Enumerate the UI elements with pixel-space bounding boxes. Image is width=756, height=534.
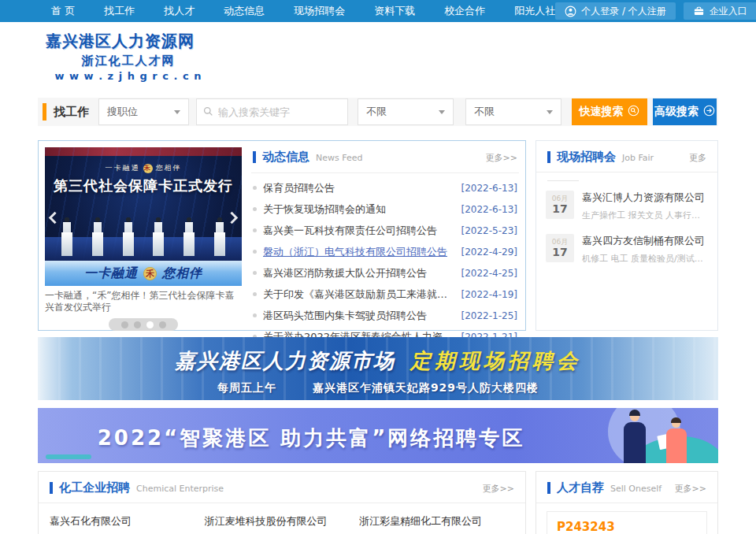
company-name: 嘉兴石化有限公司 <box>50 514 204 528</box>
news-item-title: 港区码头范围内集卡驾驶员招聘公告 <box>263 309 454 323</box>
slide-tagline-right: 您相伴 <box>156 163 182 173</box>
nav-menu: 首 页 找工作 找人才 动态信息 现场招聘会 资料下载 校企合作 阳光人社 <box>51 4 555 18</box>
search-accent-bar <box>43 103 46 121</box>
job-fair-banner[interactable]: 嘉兴港区人力资源市场 定期现场招聘会 每周五上午 嘉兴港区乍浦镇天妃路929号人… <box>38 337 718 400</box>
quick-search-button[interactable]: 快速搜索 <box>572 98 647 125</box>
personal-login-button[interactable]: 个人登录 / 个人注册 <box>555 2 676 20</box>
briefcase-icon <box>693 6 705 17</box>
news-item-date: [2022-6-13] <box>461 183 517 194</box>
search-type-select[interactable]: 搜职位 <box>98 98 189 125</box>
nav-item-find-talent[interactable]: 找人才 <box>164 4 195 18</box>
main-content-row: 一卡融通 禾 您相伴 第三代社会保障卡正式发行 <box>38 140 718 331</box>
online-recruitment-banner[interactable]: 2022“智聚港区 助力共富”网络招聘专区 <box>38 408 718 463</box>
company-item[interactable]: 浙江麦堆科技股份有限公司 销售专员 会计 土建主管 <box>204 514 358 534</box>
carousel: 一卡融通 禾 您相伴 第三代社会保障卡正式发行 <box>45 147 242 324</box>
carousel-dot-3[interactable] <box>146 321 154 328</box>
nav-item-job-fair[interactable]: 现场招聘会 <box>294 4 345 18</box>
bullet-icon <box>253 228 257 232</box>
job-fair-jobs: 机修工 电工 质量检验员/测试员 叉车... <box>582 253 708 265</box>
nav-item-school-cooperation[interactable]: 校企合作 <box>444 4 485 18</box>
talent-title: 人才自荐 <box>557 480 604 495</box>
chevron-down-icon <box>439 110 445 114</box>
job-fair-more-link[interactable]: 更多 <box>689 152 706 164</box>
search-filter2-select[interactable]: 不限 <box>465 98 561 125</box>
banner2-title: 2022“智聚港区 助力共富”网络招聘专区 <box>38 425 584 452</box>
news-item-title: 磐动（浙江）电气科技有限公司招聘公告 <box>263 245 454 259</box>
bullet-icon <box>253 271 257 275</box>
stage-people-decor <box>61 217 226 256</box>
talent-id: P243243 <box>557 520 697 534</box>
bullet-icon <box>253 313 257 317</box>
person-figure <box>213 217 226 256</box>
slide-tagline-left: 一卡融通 <box>106 163 140 173</box>
site-header: 嘉兴港区人力资源网 浙江化工人才网 w w w . z j h g r c . … <box>0 22 756 90</box>
news-item[interactable]: 嘉兴美一瓦科技有限责任公司招聘公告 [2022-5-23] <box>253 220 517 241</box>
search-keyword-input[interactable] <box>218 106 341 118</box>
personal-login-label: 个人登录 / 个人注册 <box>581 5 666 18</box>
date-badge: 06月 17 <box>546 191 574 219</box>
news-item[interactable]: 磐动（浙江）电气科技有限公司招聘公告 [2022-4-29] <box>253 241 517 262</box>
news-item[interactable]: 港区码头范围内集卡驾驶员招聘公告 [2022-1-25] <box>253 305 517 326</box>
nav-item-home[interactable]: 首 页 <box>51 4 75 18</box>
slide-tagline: 一卡融通 禾 您相伴 <box>45 163 242 173</box>
news-item-date: [2022-4-19] <box>461 289 517 300</box>
bottom-row: 化工企业招聘 Chemical Enterprise 更多>> 嘉兴石化有限公司… <box>38 471 718 534</box>
banner-tagline-right: 您相伴 <box>162 265 202 282</box>
banner1-subtitle: 每周五上午 嘉兴港区乍浦镇天妃路929号人防大楼四楼 <box>38 381 718 395</box>
banner1-title-white: 嘉兴港区人力资源市场 <box>175 349 395 373</box>
divider <box>547 180 579 181</box>
search-filter1-select[interactable]: 不限 <box>358 98 454 125</box>
nav-item-find-job[interactable]: 找工作 <box>104 4 135 18</box>
company-item[interactable]: 嘉兴石化有限公司 工艺员 设备管理 警卫（残疾工） <box>50 514 204 534</box>
news-item-date: [2022-4-25] <box>461 268 517 279</box>
search-bar: 找工作 搜职位 不限 不限 快速搜索 高级搜索 <box>38 98 718 126</box>
news-item[interactable]: 保育员招聘公告 [2022-6-13] <box>253 177 517 198</box>
carousel-slide[interactable]: 一卡融通 禾 您相伴 第三代社会保障卡正式发行 <box>45 147 242 286</box>
news-subtitle: News Feed <box>316 153 362 163</box>
talent-card[interactable]: P243243 男 ｜ 嘉兴市->嘉兴港区 ｜ 八年以上 <box>547 511 707 534</box>
advanced-search-button[interactable]: 高级搜索 <box>653 98 717 125</box>
nav-item-sunshine-hr[interactable]: 阳光人社 <box>514 4 555 18</box>
news-more-link[interactable]: 更多>> <box>486 152 517 164</box>
seal-icon: 禾 <box>143 164 153 173</box>
bullet-icon <box>253 186 257 190</box>
news-item[interactable]: 关于印发《嘉兴港区鼓励新员工来港就业补助操作... [2022-4-19] <box>253 284 517 305</box>
date-badge-day: 17 <box>552 203 567 215</box>
search-filter1-value: 不限 <box>366 105 387 119</box>
top-navigation: 首 页 找工作 找人才 动态信息 现场招聘会 资料下载 校企合作 阳光人社 个人… <box>0 0 756 22</box>
chemical-enterprise-panel: 化工企业招聘 Chemical Enterprise 更多>> 嘉兴石化有限公司… <box>38 471 526 534</box>
talent-panel: 人才自荐 Sell Oneself 更多>> P243243 男 ｜ 嘉兴市->… <box>536 471 718 534</box>
banner-tagline-left: 一卡融通 <box>84 265 138 282</box>
section-accent-bar <box>547 151 550 163</box>
enterprise-entry-button[interactable]: 企业入口 <box>684 2 756 20</box>
person-figure <box>666 428 687 463</box>
job-fair-header: 现场招聘会 Job Fair 更多 <box>536 141 717 172</box>
job-fair-item[interactable]: 06月 17 嘉兴四方友信制桶有限公司 机修工 电工 质量检验员/测试员 叉车.… <box>536 226 717 269</box>
slide-bottom-banner: 一卡融通 禾 您相伴 <box>45 261 242 286</box>
bullet-icon <box>253 250 257 254</box>
news-item[interactable]: 关于恢复现场招聘会的通知 [2022-6-13] <box>253 198 517 220</box>
carousel-dot-1[interactable] <box>121 321 128 328</box>
news-item-date: [2022-4-29] <box>461 247 517 258</box>
job-fair-panel: 现场招聘会 Job Fair 更多 06月 17 嘉兴汇博人力资源有限公司 生产… <box>536 140 718 331</box>
carousel-dot-4[interactable] <box>159 321 166 328</box>
nav-item-news[interactable]: 动态信息 <box>224 4 265 18</box>
news-item[interactable]: 嘉兴港区消防救援大队公开招聘公告 [2022-4-25] <box>253 262 517 284</box>
talent-more-link[interactable]: 更多>> <box>675 483 706 495</box>
section-accent-bar <box>50 482 53 494</box>
job-fair-jobs: 生产操作工 报关文员 人事行政助理... <box>582 210 708 221</box>
chemical-more-link[interactable]: 更多>> <box>483 483 514 495</box>
page: 首 页 找工作 找人才 动态信息 现场招聘会 资料下载 校企合作 阳光人社 个人… <box>0 0 756 534</box>
person-icon <box>565 6 576 17</box>
job-fair-item[interactable]: 06月 17 嘉兴汇博人力资源有限公司 生产操作工 报关文员 人事行政助理... <box>536 183 717 226</box>
carousel-dot-2[interactable] <box>134 321 141 328</box>
job-fair-item-info: 嘉兴汇博人力资源有限公司 生产操作工 报关文员 人事行政助理... <box>582 191 708 221</box>
carousel-caption[interactable]: 一卡融通，“禾”您相伴！第三代社会保障卡嘉兴首发仪式举行 <box>45 290 242 313</box>
news-title: 动态信息 <box>262 150 309 165</box>
nav-item-downloads[interactable]: 资料下载 <box>374 4 415 18</box>
company-item[interactable]: 浙江彩皇精细化工有限公司 普工（制造科） 营业担当 <box>359 514 513 534</box>
chemical-title: 化工企业招聘 <box>59 480 130 495</box>
site-logo[interactable]: 嘉兴港区人力资源网 浙江化工人才网 w w w . z j h g r c . … <box>46 31 211 82</box>
news-header: 动态信息 News Feed 更多>> <box>251 147 519 173</box>
carousel-news-box: 一卡融通 禾 您相伴 第三代社会保障卡正式发行 <box>38 140 526 331</box>
